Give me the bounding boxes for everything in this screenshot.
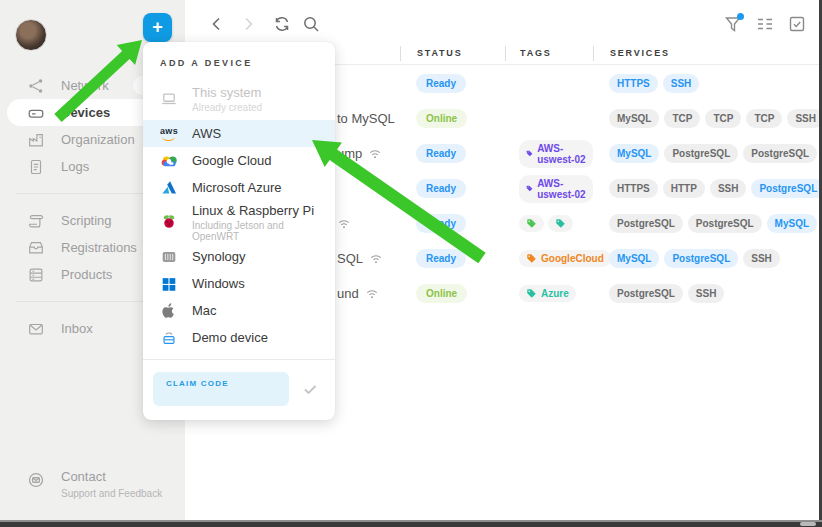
google-cloud-icon — [159, 151, 179, 171]
windows-icon — [159, 274, 179, 294]
menu-item-label: Mac — [192, 303, 217, 318]
service-badge[interactable]: SSH — [787, 109, 822, 128]
service-badge[interactable]: HTTPS — [609, 179, 658, 198]
device-name-fragment: SQL — [337, 251, 363, 266]
filter-button[interactable] — [722, 13, 744, 35]
sidebar-item-label: Registrations — [61, 240, 137, 255]
add-device-button[interactable]: + — [143, 13, 172, 42]
wifi-icon — [369, 252, 383, 266]
wifi-icon — [368, 147, 382, 161]
status-cell: Ready — [400, 179, 505, 198]
service-badge[interactable]: TCP — [664, 109, 700, 128]
services-cell: HTTPSHTTPSSHPostgreSQLHTTPTCP+1 — [593, 179, 822, 198]
service-badge[interactable]: SSH — [663, 74, 700, 93]
tag[interactable]: AWS-uswest-02 — [519, 140, 593, 168]
service-badge[interactable]: SSH — [743, 249, 780, 268]
aws-icon: aws — [159, 124, 179, 144]
demo-device-icon — [159, 328, 179, 348]
service-badge[interactable]: PostgreSQL — [609, 284, 683, 303]
network-icon — [27, 77, 45, 95]
service-badge[interactable]: HTTPS — [609, 74, 658, 93]
contact-sublabel: Support and Feedback — [61, 488, 162, 499]
tag[interactable]: Azure — [519, 285, 576, 302]
column-tags[interactable]: TAGS — [505, 48, 593, 58]
refresh-button[interactable] — [271, 13, 293, 35]
service-badge[interactable]: PostgreSQL — [751, 179, 822, 198]
resize-handle[interactable] — [800, 522, 816, 526]
column-status[interactable]: STATUS — [400, 48, 505, 58]
status-cell: Ready — [400, 74, 505, 93]
service-badge[interactable]: MySQL — [609, 249, 659, 268]
devices-icon — [27, 104, 45, 122]
menu-item-microsoft-azure[interactable]: Microsoft Azure — [143, 174, 335, 201]
claim-submit-check-icon[interactable] — [301, 380, 319, 398]
menu-item-demo-device[interactable]: Demo device — [143, 324, 335, 351]
service-badge[interactable]: TCP — [746, 109, 782, 128]
sidebar-item-contact[interactable]: Contact Support and Feedback — [0, 469, 185, 499]
registrations-icon — [27, 239, 45, 257]
tag-label: AWS-uswest-02 — [537, 178, 586, 200]
tag[interactable] — [548, 215, 573, 232]
service-badge[interactable]: SSH — [710, 179, 747, 198]
service-badge[interactable]: MySQL — [767, 214, 817, 233]
organization-icon — [27, 131, 45, 149]
column-services[interactable]: SERVICES — [593, 48, 822, 58]
service-badge[interactable]: PostgreSQL — [688, 214, 762, 233]
app-window: Network1DevicesOrganizationLogsScripting… — [0, 0, 822, 527]
tag[interactable] — [519, 215, 544, 232]
add-device-menu: ADD A DEVICE This systemAlready createda… — [143, 42, 335, 420]
status-badge: Ready — [416, 214, 466, 233]
wifi-icon — [365, 287, 379, 301]
service-badge[interactable]: PostgreSQL — [664, 144, 738, 163]
claim-code-row: CLAIM CODE — [143, 359, 335, 420]
menu-item-label: Linux & Raspberry Pi — [192, 203, 319, 218]
menu-item-aws[interactable]: awsAWS — [143, 120, 335, 147]
service-badge[interactable]: PostgreSQL — [743, 144, 817, 163]
tag[interactable]: AWS-uswest-02 — [519, 175, 593, 203]
contact-label: Contact — [61, 469, 162, 484]
services-cell: MySQLPostgreSQLSSH — [593, 249, 822, 268]
tag-icon — [526, 288, 537, 299]
tags-cell: Azure — [505, 285, 593, 302]
services-cell: HTTPSSSH — [593, 74, 822, 93]
services-cell: MySQLPostgreSQLPostgreSQLSSH — [593, 144, 822, 163]
menu-title: ADD A DEVICE — [143, 54, 335, 78]
menu-item-label: AWS — [192, 126, 221, 141]
claim-code-input[interactable]: CLAIM CODE — [153, 372, 289, 406]
this-system-icon — [159, 89, 179, 109]
back-button[interactable] — [206, 13, 228, 35]
columns-view-button[interactable] — [754, 13, 776, 35]
status-badge: Online — [416, 284, 467, 303]
select-mode-button[interactable] — [786, 13, 808, 35]
sidebar-item-label: Products — [61, 267, 112, 282]
service-badge[interactable]: PostgreSQL — [609, 214, 683, 233]
menu-item-google-cloud[interactable]: Google Cloud — [143, 147, 335, 174]
forward-button[interactable] — [237, 13, 259, 35]
services-cell: MySQLTCPTCPTCPSSH — [593, 109, 822, 128]
service-badge[interactable]: TCP — [705, 109, 741, 128]
user-avatar[interactable] — [15, 19, 47, 51]
tag-icon — [526, 148, 533, 159]
menu-item-mac[interactable]: Mac — [143, 297, 335, 324]
services-cell: PostgreSQLPostgreSQLMySQLSSH — [593, 214, 822, 233]
menu-item-linux-raspberry-pi[interactable]: Linux & Raspberry PiIncluding Jetson and… — [143, 201, 335, 243]
service-badge[interactable]: HTTP — [663, 179, 705, 198]
microsoft-azure-icon — [159, 178, 179, 198]
search-button[interactable] — [300, 13, 322, 35]
status-cell: Ready — [400, 214, 505, 233]
menu-item-synology[interactable]: Synology — [143, 243, 335, 270]
products-icon — [27, 266, 45, 284]
window-frame-bottom — [0, 520, 822, 527]
service-badge[interactable]: MySQL — [609, 109, 659, 128]
menu-item-windows[interactable]: Windows — [143, 270, 335, 297]
service-badge[interactable]: MySQL — [609, 144, 659, 163]
sidebar-item-label: Organization — [61, 132, 135, 147]
device-name-fragment: ump — [337, 146, 362, 161]
linux-raspberry-pi-icon — [159, 212, 179, 232]
services-cell: PostgreSQLSSH — [593, 284, 822, 303]
device-name-fragment: und — [337, 286, 359, 301]
service-badge[interactable]: PostgreSQL — [664, 249, 738, 268]
service-badge[interactable]: SSH — [688, 284, 725, 303]
logs-icon — [27, 158, 45, 176]
tags-cell: AWS-uswest-02 — [505, 140, 593, 168]
